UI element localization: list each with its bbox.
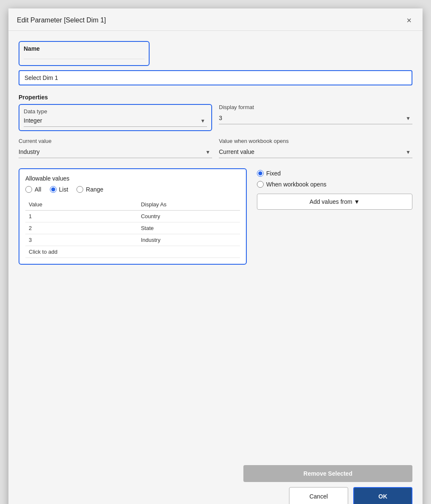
radio-when-opens[interactable]: When workbook opens bbox=[257, 181, 412, 188]
row-display: Country bbox=[137, 211, 240, 222]
value-when-opens-select[interactable]: Current value Fixed value bbox=[219, 146, 412, 158]
dialog-title: Edit Parameter [Select Dim 1] bbox=[17, 16, 106, 24]
footer-buttons: Cancel OK bbox=[289, 487, 412, 504]
value-when-opens-field: Value when workbook opens Current value … bbox=[219, 138, 412, 158]
table-row[interactable]: 2 State bbox=[25, 222, 240, 234]
edit-parameter-dialog: Edit Parameter [Select Dim 1] × Name Pro… bbox=[8, 8, 423, 504]
current-value-select-wrapper: Country State Industry ▼ bbox=[19, 146, 212, 158]
name-section: Name bbox=[19, 41, 412, 85]
name-separator bbox=[24, 59, 145, 59]
radio-when-opens-input[interactable] bbox=[257, 181, 264, 188]
name-input-wrapper bbox=[19, 70, 412, 85]
radio-range-input[interactable] bbox=[76, 186, 83, 193]
row-value: 3 bbox=[25, 234, 137, 246]
radio-range[interactable]: Range bbox=[76, 186, 103, 193]
allowable-radio-group: All List Range bbox=[25, 186, 240, 193]
table-row[interactable]: 3 Industry bbox=[25, 234, 240, 246]
dialog-body: Name Properties Data type Integer bbox=[8, 31, 423, 458]
row-display: Industry bbox=[137, 234, 240, 246]
ok-button[interactable]: OK bbox=[353, 487, 412, 504]
current-value-label: Current value bbox=[19, 138, 212, 144]
radio-all[interactable]: All bbox=[25, 186, 41, 193]
properties-section: Properties Data type Integer Float Strin… bbox=[19, 94, 412, 158]
name-highlight-box: Name bbox=[19, 41, 150, 66]
properties-grid: Data type Integer Float String Boolean D… bbox=[19, 104, 412, 131]
radio-all-input[interactable] bbox=[25, 186, 32, 193]
allowable-values-label: Allowable values bbox=[25, 175, 240, 182]
current-value-select[interactable]: Country State Industry bbox=[19, 146, 212, 158]
data-type-box: Data type Integer Float String Boolean D… bbox=[19, 104, 212, 131]
value-when-opens-select-wrapper: Current value Fixed value ▼ bbox=[219, 146, 412, 158]
properties-label: Properties bbox=[19, 94, 412, 101]
right-panel: Fixed When workbook opens Add values fro… bbox=[257, 168, 412, 210]
current-value-row: Current value Country State Industry ▼ V… bbox=[19, 138, 412, 158]
radio-fixed[interactable]: Fixed bbox=[257, 170, 412, 177]
click-to-add[interactable]: Click to add bbox=[25, 246, 137, 258]
radio-list-label: List bbox=[59, 186, 68, 193]
data-type-select-wrapper: Integer Float String Boolean Date ▼ bbox=[24, 115, 207, 127]
dialog-footer: Remove Selected Cancel OK bbox=[8, 458, 423, 504]
values-table: Value Display As 1 Country 2 State 3 Ind… bbox=[25, 199, 240, 258]
dialog-header: Edit Parameter [Select Dim 1] × bbox=[8, 8, 423, 31]
allowable-section: Allowable values All List Range bbox=[19, 168, 412, 265]
fixed-radio-group: Fixed When workbook opens bbox=[257, 170, 412, 188]
radio-all-label: All bbox=[35, 186, 41, 193]
radio-fixed-label: Fixed bbox=[266, 170, 281, 177]
cancel-button[interactable]: Cancel bbox=[289, 487, 348, 504]
radio-fixed-input[interactable] bbox=[257, 170, 264, 177]
row-display: State bbox=[137, 222, 240, 234]
data-type-select[interactable]: Integer Float String Boolean Date bbox=[24, 115, 207, 127]
current-value-field: Current value Country State Industry ▼ bbox=[19, 138, 212, 158]
data-type-field: Data type Integer Float String Boolean D… bbox=[19, 104, 212, 131]
value-when-opens-label: Value when workbook opens bbox=[219, 138, 412, 144]
radio-range-label: Range bbox=[86, 186, 103, 193]
radio-list[interactable]: List bbox=[50, 186, 68, 193]
col-value-header: Value bbox=[25, 199, 137, 211]
row-value: 2 bbox=[25, 222, 137, 234]
data-type-label: Data type bbox=[24, 108, 207, 115]
add-row[interactable]: Click to add bbox=[25, 246, 240, 258]
display-format-select[interactable]: 1 2 3 4 bbox=[219, 112, 412, 124]
name-input[interactable] bbox=[19, 70, 412, 85]
table-row[interactable]: 1 Country bbox=[25, 211, 240, 222]
display-format-field: Display format 1 2 3 4 ▼ bbox=[219, 104, 412, 131]
radio-list-input[interactable] bbox=[50, 186, 57, 193]
name-label: Name bbox=[24, 45, 145, 52]
allowable-box: Allowable values All List Range bbox=[19, 168, 247, 265]
close-button[interactable]: × bbox=[404, 15, 414, 25]
display-format-label: Display format bbox=[219, 104, 412, 110]
col-display-header: Display As bbox=[137, 199, 240, 211]
row-value: 1 bbox=[25, 211, 137, 222]
remove-selected-button[interactable]: Remove Selected bbox=[243, 465, 412, 482]
display-format-select-wrapper: 1 2 3 4 ▼ bbox=[219, 112, 412, 124]
add-values-button[interactable]: Add values from ▼ bbox=[257, 194, 412, 210]
radio-when-opens-label: When workbook opens bbox=[266, 181, 326, 188]
